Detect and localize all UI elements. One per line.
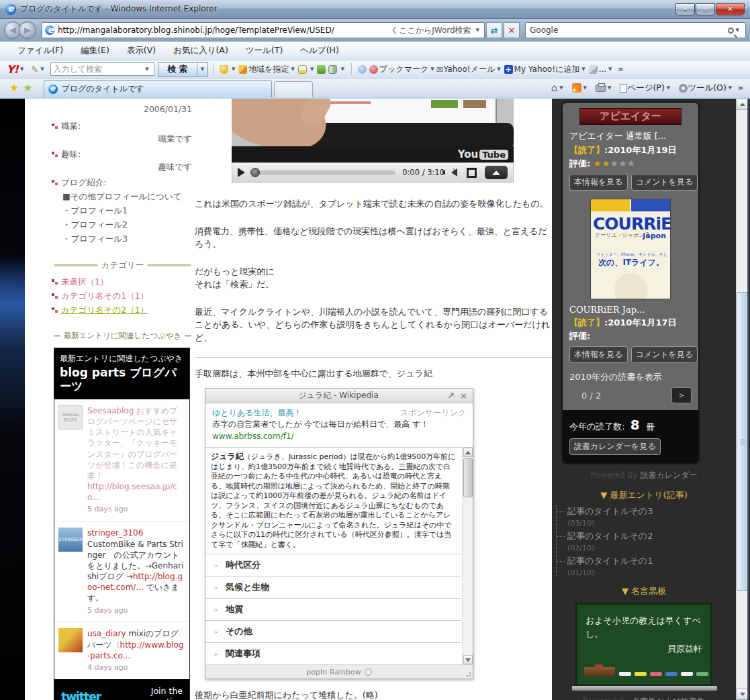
profile-link-2[interactable]: ・プロフィール2 xyxy=(50,219,195,231)
show-year-link[interactable]: 2010年分の読書を表示 xyxy=(569,371,692,383)
menu-tools[interactable]: ツール(T) xyxy=(246,45,283,56)
highlighter-dropdown-icon[interactable]: ▼ xyxy=(310,66,314,72)
popup-scroll-thumb[interactable] xyxy=(463,458,473,497)
bookmarks-label[interactable]: ブックマーク xyxy=(379,64,428,75)
book-title-link[interactable]: アビエイター 通常版 [... xyxy=(569,130,692,142)
translate-book-icon[interactable] xyxy=(328,65,337,74)
popup-scroll-down-icon[interactable] xyxy=(463,655,473,664)
accordion-section[interactable]: ＞関連事項 xyxy=(205,642,461,664)
pencil-icon[interactable]: ✎ xyxy=(31,64,38,74)
download-arrow-icon[interactable] xyxy=(317,65,326,74)
volume-icon[interactable] xyxy=(451,168,457,177)
yahoo-search-button[interactable]: 検 索 xyxy=(158,62,197,77)
page-dropdown-icon[interactable]: ▼ xyxy=(667,85,670,91)
scroll-up-icon[interactable] xyxy=(737,99,748,110)
profile-link-3[interactable]: ・プロフィール3 xyxy=(50,234,195,245)
tools-menu-label[interactable]: ツール(O) xyxy=(688,83,726,94)
favorites-star-icon[interactable]: ★ xyxy=(9,81,19,94)
category-link-1[interactable]: 未選択（1） xyxy=(61,277,108,288)
jword-dropdown-icon[interactable]: ▼ xyxy=(476,28,479,33)
accordion-section[interactable]: ＞時代区分 xyxy=(205,554,461,576)
fullscreen-icon[interactable] xyxy=(467,168,477,178)
avatar[interactable]: STRINGER xyxy=(58,528,83,552)
twitter-logo[interactable]: twitter xyxy=(61,690,101,700)
tweet-user-link[interactable]: Seesaablog xyxy=(87,406,134,415)
progress-knob[interactable] xyxy=(250,168,260,177)
popup-titlebar[interactable]: ジュラ紀 - Wikipedia ↗ × xyxy=(205,389,473,403)
tweet-user-link[interactable]: stringer_3106 xyxy=(87,528,143,538)
more-label[interactable]: ... xyxy=(599,64,606,74)
yahoo-logo-dropdown-icon[interactable]: ▼ xyxy=(20,66,24,72)
region-icon[interactable] xyxy=(238,65,247,74)
yahoo-logo[interactable]: Y! xyxy=(7,63,18,76)
book-info-button[interactable]: 本情報を見る xyxy=(569,346,628,363)
print-icon[interactable] xyxy=(596,85,606,92)
entry-item[interactable]: 記事のタイトルその3 (03/10) xyxy=(557,505,736,528)
minimize-button[interactable]: – xyxy=(675,3,695,15)
video-frame[interactable] xyxy=(232,99,514,146)
globe-star-icon[interactable] xyxy=(358,65,367,74)
shield-dropdown-icon[interactable]: ▼ xyxy=(232,66,235,72)
popup-resize-grip[interactable] xyxy=(466,672,471,677)
progress-bar[interactable] xyxy=(252,170,395,175)
search-dropdown-icon[interactable]: ▼ xyxy=(736,28,739,33)
region-label[interactable]: 地域を指定 xyxy=(248,64,289,75)
stop-button[interactable]: ✕ xyxy=(504,22,520,38)
toolbar-overflow-icon[interactable]: » xyxy=(618,64,624,74)
calendar-button[interactable]: 読書カレンダーを見る xyxy=(569,438,661,455)
add-myyahoo-icon[interactable]: + xyxy=(504,65,513,74)
main-scrollbar[interactable] xyxy=(736,99,747,700)
menu-help[interactable]: ヘルプ(H) xyxy=(300,45,339,56)
highlighter-icon[interactable] xyxy=(298,65,307,74)
home-dropdown-icon[interactable]: ▼ xyxy=(559,85,563,91)
bookmarks-dropdown-icon[interactable]: ▼ xyxy=(430,66,434,72)
book-comment-button[interactable]: コメントを見る xyxy=(631,174,698,191)
eraser-icon[interactable] xyxy=(588,65,598,74)
popup-expand-icon[interactable]: ↗ xyxy=(447,391,455,401)
window-titlebar[interactable]: ブログのタイトルです - Windows Internet Explorer –… xyxy=(0,0,750,19)
jword-search-label[interactable]: くここからJWord検索 xyxy=(388,25,474,36)
accordion-section[interactable]: ＞気候と生物 xyxy=(205,576,461,598)
popin-settings-icon[interactable] xyxy=(365,668,372,676)
myyahoo-label[interactable]: My Yahoo!に追加 xyxy=(514,64,580,75)
quote-credit-link[interactable]: 名言集および格言集 xyxy=(632,697,705,700)
yahoo-search-input[interactable]: 入力して検索 ▼ xyxy=(50,62,154,76)
play-button[interactable] xyxy=(238,168,245,177)
rss-dropdown-icon[interactable]: ▼ xyxy=(583,85,587,91)
calendar-credit-link[interactable]: 読書カレンダー xyxy=(640,470,697,480)
mail-envelope-icon[interactable]: ✉ xyxy=(436,64,444,74)
aviator-banner[interactable]: アビエイター xyxy=(579,108,682,125)
gear-icon[interactable] xyxy=(679,84,688,93)
category-link-2[interactable]: カテゴリ名その1（1） xyxy=(61,291,148,302)
yahoo-search-history-icon[interactable]: ▼ xyxy=(145,66,148,72)
rss-icon[interactable] xyxy=(572,83,581,93)
popup-scrollbar[interactable] xyxy=(462,448,473,664)
region-dropdown-icon[interactable]: ▼ xyxy=(291,66,295,72)
category-link-3[interactable]: カテゴリ名その2（1） xyxy=(61,305,148,316)
book-cover[interactable]: COURRiER Japon クーリエ・ジャポン 2 ツイッター、iPhone、… xyxy=(590,199,671,299)
bookmark-heart-icon[interactable] xyxy=(369,65,378,74)
search-box[interactable]: Google ▼ xyxy=(525,22,746,38)
add-favorite-icon[interactable]: ★ xyxy=(23,81,32,94)
menu-favorites[interactable]: お気に入り(A) xyxy=(173,45,228,56)
expand-button[interactable] xyxy=(485,166,508,179)
mail-dropdown-icon[interactable]: ▼ xyxy=(497,66,500,72)
book-dropdown-icon[interactable]: ▼ xyxy=(340,66,344,72)
forward-button[interactable]: ▶ xyxy=(19,21,36,39)
popup-scroll-up-icon[interactable] xyxy=(463,448,473,457)
menu-view[interactable]: 表示(V) xyxy=(127,45,156,56)
avatar[interactable] xyxy=(58,628,83,652)
refresh-button[interactable]: ⇄ xyxy=(486,22,502,38)
tools-dropdown-icon[interactable]: ▼ xyxy=(729,85,732,91)
popin-brand[interactable]: popIn Rainbow xyxy=(306,668,361,677)
tweet-user-link[interactable]: usa_diary xyxy=(87,629,126,638)
new-tab-button[interactable] xyxy=(274,81,313,97)
yahoo-search-options-icon[interactable]: ▼ xyxy=(197,62,208,77)
entry-item[interactable]: 記事のタイトルその1 (01/10) xyxy=(557,555,736,577)
sponsor-url-link[interactable]: www.abrbss.com/f1/ xyxy=(212,431,466,442)
yahoo-mail-label[interactable]: Yahoo!メール xyxy=(443,64,495,75)
scroll-thumb[interactable] xyxy=(737,292,748,591)
youtube-player[interactable]: You Tube 0:00 / 3:10 xyxy=(232,99,514,183)
avatar[interactable]: Seesaa BLOG xyxy=(58,405,83,430)
search-icon[interactable] xyxy=(728,28,734,34)
